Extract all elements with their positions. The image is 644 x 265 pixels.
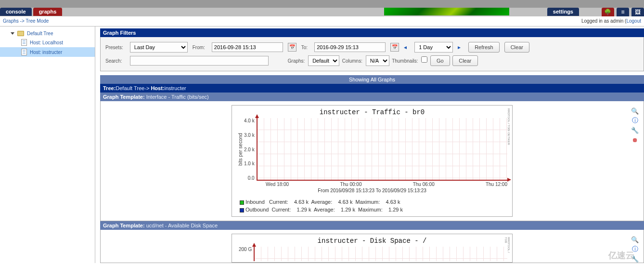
breadcrumb-graphs[interactable]: Graphs bbox=[3, 18, 19, 24]
presets-select[interactable]: Last Day bbox=[130, 42, 188, 53]
path-bar: Tree:Default Tree-> Host:instructer bbox=[100, 84, 644, 93]
breadcrumb: Graphs -> Tree Mode Logged in as admin (… bbox=[0, 17, 644, 26]
legend: Inbound Current: 4.63 k Average: 4.63 k … bbox=[237, 193, 507, 213]
from-input[interactable] bbox=[212, 42, 283, 52]
tree-view-icon[interactable]: 🌳 bbox=[602, 8, 614, 16]
time-range: From 2016/09/28 15:13:23 To 2016/09/29 1… bbox=[237, 187, 507, 193]
y-axis-label: bits per second bbox=[237, 118, 244, 181]
host-icon bbox=[21, 39, 27, 46]
refresh-button[interactable]: Refresh bbox=[468, 42, 500, 53]
to-label: To: bbox=[301, 45, 309, 50]
thumbnails-label: Thumbnails: bbox=[392, 58, 420, 64]
rrdgraph-traffic: RRDTOOL / TOBI OETIKER instructer - Traf… bbox=[232, 105, 513, 217]
tree-item-label: Host: Localhost bbox=[30, 40, 63, 45]
plot-area bbox=[257, 118, 507, 181]
graph-title: instructer - Disk Space - / bbox=[237, 237, 507, 247]
tab-console[interactable]: console bbox=[0, 8, 32, 16]
presets-label: Presets: bbox=[105, 45, 125, 50]
csv-icon[interactable]: ⓘ bbox=[631, 117, 639, 124]
from-label: From: bbox=[193, 45, 207, 50]
tab-settings[interactable]: settings bbox=[547, 8, 579, 16]
columns-select[interactable]: N/A bbox=[366, 55, 389, 66]
main-content: Graph Filters Presets: Last Day From: 📅 … bbox=[95, 26, 644, 263]
shift-left-icon[interactable] bbox=[404, 44, 410, 51]
folder-icon bbox=[17, 31, 24, 36]
banner-decor bbox=[384, 8, 509, 15]
login-prefix: Logged in as bbox=[581, 18, 610, 24]
tree-root-label: Default Tree bbox=[27, 31, 53, 36]
shift-right-icon[interactable] bbox=[458, 44, 464, 51]
template-bar-1: Graph Template: Interface - Traffic (bit… bbox=[100, 93, 644, 101]
x-arrow-icon bbox=[507, 178, 511, 182]
graph-panel-1: 🔍 ⓘ 🔧 ⏺ RRDTOOL / TOBI OETIKER instructe… bbox=[100, 101, 644, 221]
columns-label: Columns: bbox=[342, 58, 364, 64]
breadcrumb-rest: -> Tree Mode bbox=[19, 18, 49, 24]
search-label: Search: bbox=[105, 58, 124, 64]
graphs-label: Graphs: bbox=[288, 58, 307, 64]
y-ticks: 200 G bbox=[239, 247, 254, 261]
logout-link[interactable]: Logout bbox=[626, 18, 641, 24]
template-bar-2: Graph Template: ucd/net - Available Disk… bbox=[100, 221, 644, 230]
zoom-icon[interactable]: 🔍 bbox=[631, 236, 639, 243]
chevron-down-icon bbox=[11, 32, 14, 35]
search-input[interactable] bbox=[130, 56, 269, 66]
tree-root[interactable]: Default Tree bbox=[0, 29, 95, 38]
clear2-button[interactable]: Clear bbox=[452, 55, 477, 66]
graph-panel-2: 🔍 ⓘ 🔧 RRDTOOL / TOB instructer - Disk Sp… bbox=[100, 230, 644, 263]
tab-bar: console graphs settings 🌳 ≡ 🖼 bbox=[0, 8, 644, 17]
to-input[interactable] bbox=[314, 42, 386, 52]
zoom-icon[interactable]: 🔍 bbox=[631, 107, 639, 115]
tree-item-label: Host: instructer bbox=[30, 50, 62, 55]
timespan-select[interactable]: 1 Day bbox=[414, 42, 453, 53]
go-button[interactable]: Go bbox=[430, 55, 450, 66]
filters-header: Graph Filters bbox=[100, 28, 644, 37]
showing-bar: Showing All Graphs bbox=[100, 75, 644, 84]
graph-title: instructer - Traffic - br0 bbox=[237, 108, 507, 118]
y-ticks: 4.0 k 3.0 k 2.0 k 1.0 k 0.0 bbox=[244, 118, 257, 181]
y-arrow-icon bbox=[252, 243, 256, 247]
tree-sidebar: Default Tree Host: Localhost Host: instr… bbox=[0, 26, 95, 263]
tree-item-instructer[interactable]: Host: instructer bbox=[0, 47, 95, 57]
tree-item-localhost[interactable]: Host: Localhost bbox=[0, 38, 95, 47]
rrdgraph-disk: RRDTOOL / TOB instructer - Disk Space - … bbox=[232, 234, 513, 263]
plot-area bbox=[254, 247, 507, 261]
tab-graphs[interactable]: graphs bbox=[33, 8, 63, 16]
legend-inbound-swatch bbox=[240, 200, 244, 205]
legend-outbound-swatch bbox=[240, 208, 244, 212]
list-view-icon[interactable]: ≡ bbox=[617, 8, 629, 16]
preview-view-icon[interactable]: 🖼 bbox=[631, 8, 644, 16]
clear-button[interactable]: Clear bbox=[504, 42, 529, 53]
wrench-icon[interactable]: 🔧 bbox=[631, 126, 639, 134]
y-arrow-icon bbox=[255, 114, 259, 118]
host-icon bbox=[21, 49, 27, 55]
x-ticks: Wed 18:00 Thu 00:00 Thu 06:00 Thu 12:00 bbox=[237, 181, 507, 187]
to-calendar-icon[interactable]: 📅 bbox=[390, 43, 399, 52]
thumbnails-checkbox[interactable] bbox=[421, 56, 427, 63]
graphs-select[interactable]: Default bbox=[308, 55, 339, 66]
window-titlebar bbox=[0, 0, 644, 8]
realtime-icon[interactable]: ⏺ bbox=[631, 136, 639, 144]
from-calendar-icon[interactable]: 📅 bbox=[288, 43, 296, 52]
watermark: 亿速云 bbox=[608, 250, 634, 261]
login-user: admin bbox=[610, 18, 623, 24]
graph-filters: Presets: Last Day From: 📅 To: 📅 1 Day Re… bbox=[100, 37, 644, 71]
